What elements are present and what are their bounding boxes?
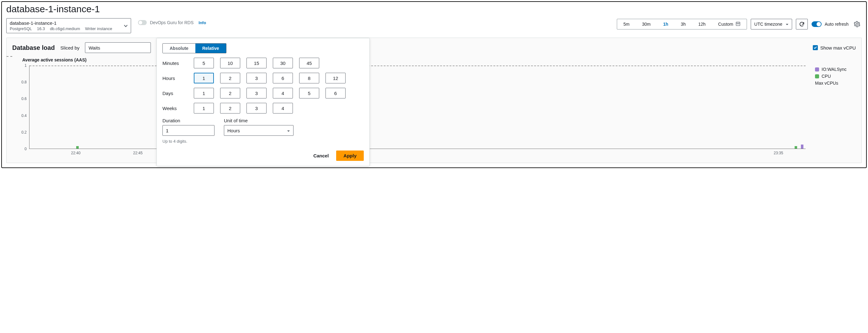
x-tick: 23:35 — [774, 151, 783, 155]
caret-down-icon — [287, 128, 290, 133]
y-tick: 0 — [25, 147, 27, 151]
y-tick: 0.4 — [21, 114, 27, 118]
opt-weeks-3[interactable]: 3 — [246, 103, 267, 114]
y-axis: 00.20.40.60.81 — [19, 65, 28, 149]
sliced-by-select[interactable]: Waits — [85, 42, 151, 53]
settings-button[interactable] — [852, 20, 862, 29]
duration-hint: Up to 4 digits. — [162, 139, 215, 144]
instance-name: database-1-instance-1 — [10, 20, 128, 26]
time-tab-custom[interactable]: Custom — [712, 19, 747, 29]
unit-value: Hours — [227, 128, 240, 133]
opt-hours-12[interactable]: 12 — [326, 73, 346, 83]
apply-button[interactable]: Apply — [336, 151, 364, 161]
opt-hours-1[interactable]: 1 — [194, 73, 214, 83]
opt-days-3[interactable]: 3 — [246, 88, 267, 98]
show-max-vcpu-checkbox[interactable] — [813, 45, 818, 50]
opt-days-6[interactable]: 6 — [326, 88, 346, 98]
time-range-popover: Absolute Relative Minutes 510153045 Hour… — [156, 38, 370, 166]
y-tick: 0.8 — [21, 80, 27, 84]
panel-title: Database load — [12, 44, 55, 52]
x-tick: 22:40 — [71, 151, 81, 155]
devops-guru-toggle[interactable] — [138, 20, 147, 25]
max-vcpu-line — [29, 65, 806, 66]
devops-guru-label: DevOps Guru for RDS — [150, 20, 193, 25]
refresh-button[interactable] — [796, 19, 808, 29]
time-tab-12h[interactable]: 12h — [692, 19, 712, 29]
auto-refresh-toggle[interactable] — [811, 21, 822, 27]
bar-cpu — [76, 146, 79, 149]
legend-label-iowal: IO:WALSync — [822, 67, 847, 72]
auto-refresh-label: Auto refresh — [825, 22, 848, 27]
legend-label-cpu: CPU — [822, 74, 831, 79]
sliced-by-value: Waits — [88, 45, 100, 51]
opt-weeks-1[interactable]: 1 — [194, 103, 214, 114]
opt-weeks-2[interactable]: 2 — [220, 103, 240, 114]
time-tab-30m[interactable]: 30m — [636, 19, 657, 29]
sliced-by-label: Sliced by — [61, 45, 80, 51]
opt-days-1[interactable]: 1 — [194, 88, 214, 98]
opt-hours-8[interactable]: 8 — [299, 73, 319, 83]
time-tab-3h[interactable]: 3h — [675, 19, 692, 29]
svg-rect-3 — [738, 24, 739, 25]
tab-relative[interactable]: Relative — [195, 43, 226, 53]
opt-minutes-30[interactable]: 30 — [273, 58, 293, 68]
opt-hours-2[interactable]: 2 — [220, 73, 240, 83]
caret-down-icon — [124, 23, 128, 28]
opt-minutes-10[interactable]: 10 — [220, 58, 240, 68]
y-tick: 0.2 — [21, 130, 27, 134]
unit-label: Unit of time — [224, 118, 293, 123]
opt-days-2[interactable]: 2 — [220, 88, 240, 98]
devops-info-link[interactable]: Info — [198, 20, 206, 25]
instance-class: db.c6gd.medium — [50, 26, 80, 31]
opt-hours-3[interactable]: 3 — [246, 73, 267, 83]
page-title: database-1-instance-1 — [2, 2, 866, 18]
opt-minutes-45[interactable]: 45 — [299, 58, 319, 68]
duration-input[interactable] — [162, 125, 215, 136]
svg-rect-4 — [739, 24, 739, 25]
row-label-days: Days — [162, 91, 188, 96]
opt-minutes-15[interactable]: 15 — [246, 58, 267, 68]
tab-absolute[interactable]: Absolute — [163, 43, 195, 53]
timezone-label: UTC timezone — [754, 22, 782, 27]
bar-io:walsync — [801, 145, 803, 149]
calendar-icon — [736, 21, 740, 27]
x-tick: 22:45 — [133, 151, 143, 155]
row-label-weeks: Weeks — [162, 106, 188, 111]
legend-swatch-iowal — [815, 67, 819, 71]
row-label-minutes: Minutes — [162, 61, 188, 66]
time-tab-5m[interactable]: 5m — [617, 19, 636, 29]
opt-days-4[interactable]: 4 — [273, 88, 293, 98]
duration-label: Duration — [162, 118, 215, 123]
instance-engine: PostgreSQL — [10, 26, 32, 31]
cancel-button[interactable]: Cancel — [311, 153, 331, 159]
legend-swatch-cpu — [815, 74, 819, 79]
opt-minutes-5[interactable]: 5 — [194, 58, 214, 68]
y-tick: 0.6 — [21, 97, 27, 101]
instance-selector[interactable]: database-1-instance-1 PostgreSQL 16.3 db… — [6, 18, 131, 33]
unit-select[interactable]: Hours — [224, 125, 293, 136]
opt-hours-6[interactable]: 6 — [273, 73, 293, 83]
plot-area — [29, 65, 806, 149]
show-max-vcpu-label: Show max vCPU — [820, 45, 856, 51]
database-load-panel: Database load Sliced by Waits Show max v… — [6, 38, 862, 163]
aas-chart: Average active sessions (AAS) 00.20.40.6… — [19, 57, 806, 158]
time-tab-1h[interactable]: 1h — [657, 19, 675, 29]
instance-role: Writer instance — [85, 26, 112, 31]
time-range-tabs: 5m 30m 1h 3h 12h Custom — [617, 19, 747, 29]
chart-title: Average active sessions (AAS) — [19, 57, 806, 64]
legend: IO:WALSync CPU Max vCPUs — [806, 57, 856, 158]
opt-weeks-4[interactable]: 4 — [273, 103, 293, 114]
x-axis: 22:4022:4522:5022:5523:35 — [29, 151, 806, 158]
row-label-hours: Hours — [162, 75, 188, 81]
instance-version: 16.3 — [37, 26, 45, 31]
caret-down-icon — [785, 22, 789, 27]
legend-label-max: Max vCPUs — [815, 81, 838, 86]
svg-rect-2 — [737, 24, 738, 25]
legend-swatch-max — [7, 56, 12, 57]
time-tab-custom-label: Custom — [718, 22, 733, 27]
y-tick: 1 — [25, 63, 27, 68]
opt-days-5[interactable]: 5 — [299, 88, 319, 98]
bar-cpu — [795, 146, 797, 149]
timezone-select[interactable]: UTC timezone — [751, 19, 792, 29]
